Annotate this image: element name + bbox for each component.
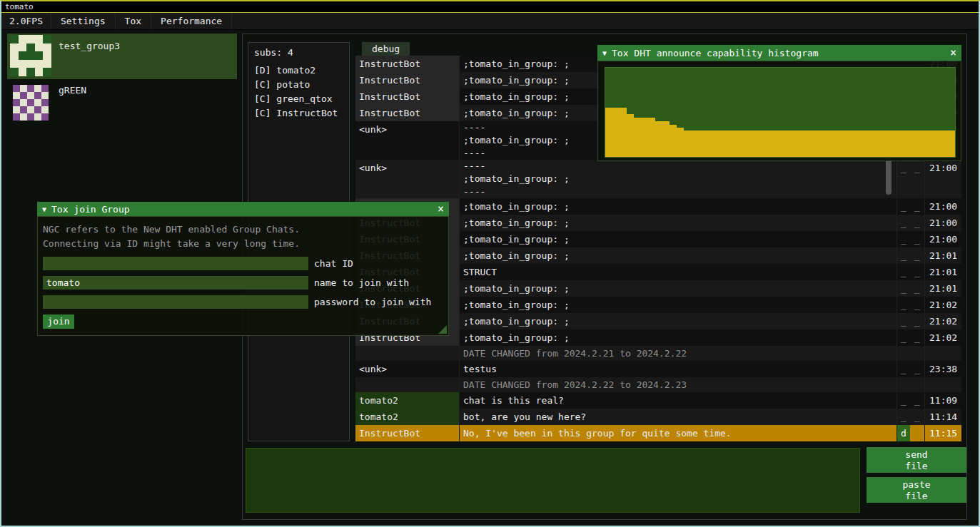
main-area: test_group3 gREEN subs: 4 [D] tomato2[C]… xyxy=(1,29,979,526)
subs-list-item[interactable]: [D] tomato2 xyxy=(248,63,349,78)
histogram-bar xyxy=(791,131,798,158)
sender-name: tomato2 xyxy=(355,409,459,425)
os-titlebar[interactable]: tomato xyxy=(1,1,979,13)
read-status: _ xyxy=(910,329,924,346)
timestamp: 21:00 xyxy=(924,160,961,198)
group-name: gREEN xyxy=(59,85,86,96)
join-name-label: name to join with xyxy=(314,277,409,288)
histogram-bar xyxy=(784,131,791,158)
message-text: ;tomato_in_group: ; xyxy=(459,329,896,346)
read-status xyxy=(910,425,924,441)
read-status: _ xyxy=(910,409,924,425)
delivery-status: d xyxy=(896,425,910,441)
delivery-status: _ xyxy=(896,231,910,247)
histogram-body xyxy=(597,61,961,161)
chat-message-row[interactable]: tomato2chat is this real?__11:09 xyxy=(355,392,961,409)
message-text: ;tomato_in_group: ; xyxy=(459,247,896,264)
histogram-bar xyxy=(941,131,948,158)
date-changed-row: DATE CHANGED from 2024.2.21 to 2024.2.22 xyxy=(355,346,961,361)
collapse-icon[interactable]: ▼ xyxy=(42,205,46,213)
collapse-icon[interactable]: ▼ xyxy=(602,49,607,57)
histogram-titlebar[interactable]: ▼ Tox DHT announce capability histogram … xyxy=(597,45,961,61)
histogram-bar xyxy=(834,131,841,158)
histogram-bar xyxy=(948,131,955,158)
sender-name: tomato2 xyxy=(355,392,459,409)
message-text: chat is this real? xyxy=(459,392,896,409)
sender-name: <unk> xyxy=(355,121,459,160)
date-changed-text: DATE CHANGED from 2024.2.21 to 2024.2.22 xyxy=(459,346,896,361)
histogram-bar xyxy=(620,108,627,157)
histogram-bar xyxy=(641,118,648,157)
close-icon[interactable]: × xyxy=(950,48,956,58)
read-status: _ xyxy=(910,215,924,231)
close-icon[interactable]: × xyxy=(438,204,444,215)
delivery-status: _ xyxy=(896,329,910,346)
date-changed-text: DATE CHANGED from 2024.2.22 to 2024.2.23 xyxy=(459,377,896,392)
join-password-input[interactable] xyxy=(43,295,308,309)
sender-name: InstructBot xyxy=(355,425,459,441)
timestamp: 21:00 xyxy=(924,231,961,247)
read-status: _ xyxy=(910,280,924,297)
histogram-bar xyxy=(827,131,834,158)
join-button[interactable]: join xyxy=(43,314,74,329)
histogram-bar xyxy=(769,131,777,158)
histogram-bar xyxy=(741,131,748,158)
send-file-label-bottom: file xyxy=(867,461,966,472)
tab-debug[interactable]: debug xyxy=(362,42,410,56)
join-fields: chat IDname to join withpassword to join… xyxy=(43,257,443,309)
group-avatar xyxy=(13,85,49,121)
timestamp: 21:00 xyxy=(924,198,961,215)
menu-item-tox[interactable]: Tox xyxy=(116,13,151,29)
timestamp: 21:02 xyxy=(924,329,961,346)
sender-name: <unk> xyxy=(355,361,459,377)
histogram-bar xyxy=(762,131,769,158)
chat-message-row[interactable]: tomato2bot, are you new here?__11:14 xyxy=(355,409,961,425)
chat-message-row[interactable]: InstructBotNo, I've been in this group f… xyxy=(355,425,961,441)
subs-list-item[interactable]: [C] green_qtox xyxy=(248,92,349,106)
timestamp: 11:09 xyxy=(924,392,961,409)
subs-list-item[interactable]: [C] potato xyxy=(248,78,349,92)
paste-file-label-bottom: file xyxy=(867,491,966,502)
sender-name: InstructBot xyxy=(355,72,459,88)
join-name-input[interactable] xyxy=(43,276,308,290)
resize-grip[interactable] xyxy=(438,325,447,334)
menu-bar: 2.0FPS SettingsToxPerformance xyxy=(1,13,979,30)
read-status: _ xyxy=(910,198,924,215)
delivery-status: _ xyxy=(896,215,910,231)
histogram-bar xyxy=(734,131,741,158)
group-item-test-group3[interactable]: test_group3 xyxy=(7,34,237,79)
date-changed-row: DATE CHANGED from 2024.2.22 to 2024.2.23 xyxy=(355,377,961,392)
chat-message-row[interactable]: <unk>----;tomato_in_group: ;----__21:00 xyxy=(355,160,961,198)
menu-item-settings[interactable]: Settings xyxy=(51,13,116,29)
chat-message-row[interactable]: <unk>testus__23:38 xyxy=(355,361,961,377)
join-group-titlebar[interactable]: ▼ Tox join Group × xyxy=(37,202,449,216)
paste-file-button[interactable]: paste file xyxy=(867,477,966,503)
menu-item-performance[interactable]: Performance xyxy=(151,13,232,29)
read-status: _ xyxy=(910,297,924,313)
os-window-title: tomato xyxy=(5,2,34,11)
chat-id-label: chat ID xyxy=(314,258,353,269)
read-status: _ xyxy=(910,264,924,280)
message-text: ----;tomato_in_group: ;---- xyxy=(459,160,896,198)
histogram-bar xyxy=(648,118,655,157)
histogram-bar xyxy=(805,131,812,158)
read-status: _ xyxy=(910,231,924,247)
group-avatar xyxy=(10,35,51,76)
message-text: ;tomato_in_group: ; xyxy=(459,297,896,313)
histogram-bar xyxy=(798,131,805,158)
chat-id-input[interactable] xyxy=(43,257,308,270)
message-text: No, I've been in this group for quite so… xyxy=(459,425,896,441)
delivery-status: _ xyxy=(896,264,910,280)
message-input[interactable] xyxy=(246,448,860,513)
histogram-bar xyxy=(627,114,634,157)
message-text: testus xyxy=(459,361,896,377)
subs-list-item[interactable]: [C] InstructBot xyxy=(248,106,349,121)
group-name: test_group3 xyxy=(59,41,120,51)
delivery-status: _ xyxy=(896,297,910,313)
message-text: ;tomato_in_group: ; xyxy=(459,280,896,297)
histogram-bar xyxy=(777,131,784,158)
histogram-bar xyxy=(855,131,862,158)
send-file-button[interactable]: send file xyxy=(867,447,966,473)
histogram-bar xyxy=(748,131,755,158)
group-item-green[interactable]: gREEN xyxy=(7,81,237,121)
